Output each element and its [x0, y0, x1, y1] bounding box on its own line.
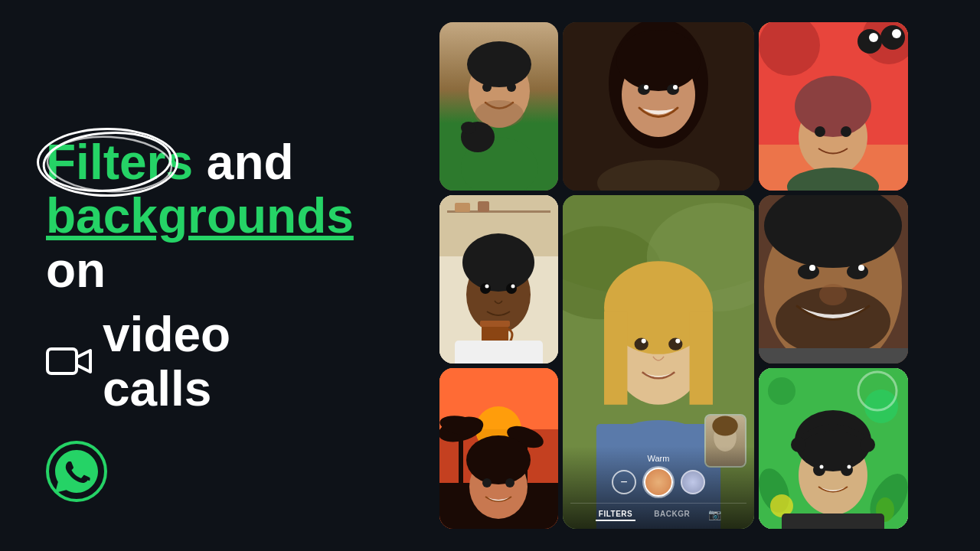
- svg-point-72: [858, 265, 864, 271]
- video-cell-illustrated-green: [759, 368, 908, 529]
- on-word: on: [46, 243, 106, 298]
- svg-rect-74: [759, 348, 908, 364]
- svg-point-57: [635, 338, 648, 350]
- filter-label: Warm: [570, 454, 746, 463]
- video-cell-man-smiling: [759, 195, 908, 364]
- svg-point-110: [820, 465, 824, 469]
- svg-rect-2: [47, 349, 77, 373]
- right-section: Warm − FILTERS BACKGR 📷: [383, 0, 980, 551]
- svg-rect-112: [782, 514, 884, 529]
- svg-rect-37: [455, 203, 470, 212]
- video-cell-man-coffee: [439, 195, 558, 364]
- left-section: Filters and backgrounds on video calls: [0, 0, 383, 551]
- video-camera-icon: [46, 343, 93, 381]
- svg-point-42: [506, 283, 517, 294]
- camera-icon[interactable]: 📷: [708, 508, 721, 521]
- svg-rect-56: [690, 311, 713, 405]
- svg-point-41: [480, 283, 491, 294]
- svg-point-7: [507, 83, 516, 92]
- filter-minus-btn[interactable]: −: [612, 470, 636, 494]
- filter-tab-filters[interactable]: FILTERS: [596, 508, 635, 521]
- svg-point-44: [511, 285, 515, 289]
- svg-point-70: [847, 264, 868, 279]
- svg-point-30: [795, 76, 871, 137]
- video-cell-man-dog: [439, 22, 558, 191]
- video-cell-main-filter: Warm − FILTERS BACKGR 📷: [563, 195, 754, 529]
- svg-point-59: [642, 339, 646, 344]
- svg-point-19: [673, 85, 678, 90]
- svg-point-73: [819, 284, 847, 305]
- svg-point-100: [864, 390, 898, 423]
- filter-tab-backgr[interactable]: BACKGR: [651, 508, 693, 521]
- whatsapp-logo: [46, 441, 107, 505]
- svg-rect-38: [478, 201, 489, 212]
- svg-rect-47: [455, 341, 543, 364]
- svg-point-15: [616, 30, 701, 91]
- svg-point-107: [795, 410, 871, 471]
- svg-point-24: [858, 29, 882, 54]
- svg-point-43: [485, 285, 489, 289]
- svg-point-111: [848, 465, 851, 469]
- filter-ui: Warm − FILTERS BACKGR 📷: [563, 446, 754, 529]
- svg-point-31: [815, 126, 825, 137]
- svg-point-109: [841, 464, 853, 476]
- video-cell-palm-sunset: [439, 368, 558, 529]
- svg-point-99: [768, 377, 795, 405]
- svg-point-18: [644, 85, 648, 90]
- video-calls-line: video calls: [46, 308, 345, 416]
- svg-point-25: [880, 25, 905, 50]
- svg-point-16: [638, 84, 650, 95]
- svg-point-27: [892, 29, 901, 38]
- filter-warm-circle[interactable]: [644, 468, 673, 497]
- and-word: and: [193, 135, 294, 190]
- svg-point-58: [668, 338, 682, 350]
- svg-point-26: [869, 33, 878, 42]
- video-cell-woman-1: [563, 22, 754, 191]
- video-grid: Warm − FILTERS BACKGR 📷: [439, 22, 908, 529]
- svg-rect-46: [480, 321, 510, 327]
- svg-rect-55: [604, 311, 627, 405]
- svg-point-114: [860, 437, 875, 452]
- svg-point-11: [461, 122, 476, 134]
- svg-point-113: [791, 437, 806, 452]
- headline: Filters and backgrounds on: [46, 135, 345, 297]
- backgrounds-word: backgrounds: [46, 189, 354, 243]
- filter-cool-circle[interactable]: [681, 470, 705, 494]
- svg-point-60: [675, 339, 680, 344]
- svg-point-17: [667, 84, 679, 95]
- svg-point-85: [466, 435, 531, 484]
- video-cell-cartoon: [759, 22, 908, 191]
- page-wrapper: Filters and backgrounds on video calls: [0, 0, 980, 551]
- filter-circles: −: [570, 468, 746, 497]
- svg-point-108: [813, 464, 825, 476]
- svg-point-69: [798, 264, 819, 279]
- svg-point-6: [482, 83, 492, 92]
- filters-word: Filters: [46, 135, 193, 189]
- svg-point-5: [467, 41, 531, 87]
- svg-point-71: [809, 265, 815, 271]
- video-calls-text: video calls: [103, 308, 345, 416]
- svg-point-87: [505, 478, 514, 487]
- filter-tabs: FILTERS BACKGR 📷: [570, 503, 746, 521]
- svg-point-86: [482, 478, 492, 487]
- svg-point-40: [462, 233, 534, 292]
- svg-point-32: [841, 126, 851, 137]
- svg-point-64: [712, 416, 737, 436]
